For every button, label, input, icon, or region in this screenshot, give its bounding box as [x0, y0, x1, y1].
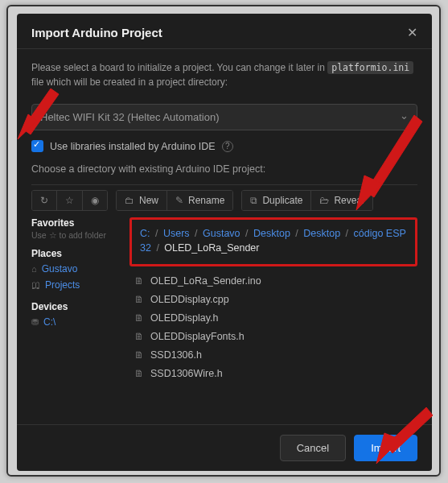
book-icon: 🕮 [31, 280, 40, 290]
toggle-hidden-button[interactable]: ◉ [83, 191, 107, 210]
breadcrumb-segment[interactable]: Gustavo [203, 228, 240, 239]
import-project-dialog: Import Arduino Project ✕ Please select a… [17, 14, 432, 471]
file-icon: 🗎 [134, 294, 144, 305]
sidebar: Favorites Use ☆ to add folder Places ⌂Gu… [31, 217, 118, 381]
import-button[interactable]: Import [354, 435, 417, 461]
file-icon: 🗎 [134, 331, 144, 342]
rename-button[interactable]: ✎Rename [167, 191, 232, 210]
platformio-ini-chip: platformio.ini [327, 61, 413, 74]
star-icon: ☆ [65, 195, 74, 206]
breadcrumb-path[interactable]: C: / Users / Gustavo / Desktop / Desktop… [129, 217, 417, 266]
refresh-button[interactable]: ↻ [32, 191, 57, 210]
rename-icon: ✎ [175, 195, 183, 206]
file-item[interactable]: 🗎SSD1306.h [129, 347, 417, 363]
dialog-description: Please select a board to initialize a pr… [31, 60, 417, 89]
eye-icon: ◉ [91, 195, 99, 206]
file-name: SSD1306Wire.h [150, 368, 223, 379]
sidebar-item-gustavo[interactable]: ⌂Gustavo [31, 261, 118, 277]
file-item[interactable]: 🗎SSD1306Wire.h [129, 365, 417, 382]
file-name: OLEDDisplay.cpp [150, 294, 229, 305]
file-item[interactable]: 🗎OLEDDisplay.h [129, 310, 417, 326]
file-list: 🗎OLED_LoRa_Sender.ino🗎OLEDDisplay.cpp🗎OL… [129, 273, 417, 382]
use-libs-checkbox[interactable] [31, 140, 43, 152]
home-icon: ⌂ [31, 264, 37, 274]
sidebar-item-projects[interactable]: 🕮Projects [31, 277, 118, 293]
breadcrumb-segment[interactable]: Users [163, 228, 190, 239]
breadcrumb-segment[interactable]: Desktop [253, 228, 290, 239]
refresh-icon: ↻ [40, 195, 48, 206]
favorites-hint: Use ☆ to add folder [31, 230, 118, 240]
file-toolbar: ↻ ☆ ◉ 🗀New ✎Rename ⧉Duplicate 🗁Reveal [31, 187, 417, 217]
drive-icon: ⛃ [31, 317, 39, 328]
duplicate-button[interactable]: ⧉Duplicate [242, 191, 311, 210]
use-libs-label: Use libraries installed by Arduino IDE [50, 141, 216, 152]
file-icon: 🗎 [134, 349, 144, 361]
duplicate-icon: ⧉ [250, 195, 257, 206]
devices-heading: Devices [31, 301, 118, 312]
file-item[interactable]: 🗎OLEDDisplay.cpp [129, 291, 417, 308]
cancel-button[interactable]: Cancel [280, 435, 346, 461]
favorite-button[interactable]: ☆ [57, 191, 83, 210]
file-icon: 🗎 [134, 312, 144, 324]
breadcrumb-segment[interactable]: Desktop [303, 228, 340, 239]
file-icon: 🗎 [134, 275, 144, 287]
board-select[interactable]: Heltec WIFI Kit 32 (Heltec Automation) [31, 104, 417, 130]
breadcrumb-segment[interactable]: OLED_LoRa_Sender [164, 242, 259, 254]
file-name: SSD1306.h [150, 349, 202, 361]
new-icon: 🗀 [125, 195, 134, 206]
reveal-icon: 🗁 [319, 195, 329, 206]
file-item[interactable]: 🗎OLEDDisplayFonts.h [129, 328, 417, 345]
file-name: OLEDDisplay.h [150, 312, 219, 324]
new-button[interactable]: 🗀New [117, 191, 167, 210]
close-icon[interactable]: ✕ [407, 25, 417, 40]
reveal-button[interactable]: 🗁Reveal [311, 191, 372, 210]
help-icon[interactable]: ? [222, 141, 233, 152]
file-icon: 🗎 [134, 368, 144, 379]
places-heading: Places [31, 248, 118, 259]
sidebar-item-c-drive[interactable]: ⛃C:\ [31, 314, 118, 330]
file-item[interactable]: 🗎OLED_LoRa_Sender.ino [129, 273, 417, 289]
breadcrumb-segment[interactable]: C: [140, 228, 150, 239]
dialog-title: Import Arduino Project [31, 26, 162, 39]
file-name: OLEDDisplayFonts.h [150, 331, 245, 342]
file-name: OLED_LoRa_Sender.ino [150, 275, 261, 287]
favorites-heading: Favorites [31, 217, 118, 229]
choose-dir-label: Choose a directory with existing Arduino… [31, 163, 417, 175]
